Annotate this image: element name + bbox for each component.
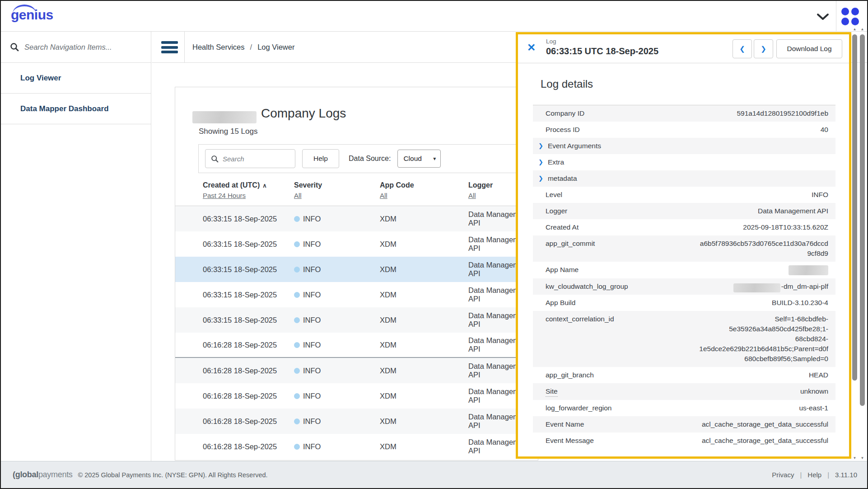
help-button[interactable]: Help bbox=[302, 149, 339, 168]
detail-value: us-east-1 bbox=[799, 403, 828, 413]
table-row[interactable]: 06:33:15 18-Sep-2025INFOXDMData Manageme… bbox=[175, 206, 538, 231]
cell-created-at: 06:16:28 18-Sep-2025 bbox=[203, 392, 294, 400]
detail-value: unknown bbox=[800, 386, 828, 396]
detail-key: Event Name bbox=[546, 419, 584, 429]
privacy-link[interactable]: Privacy bbox=[772, 471, 794, 479]
breadcrumb: Health Services / Log Viewer bbox=[192, 32, 294, 63]
severity-label: INFO bbox=[303, 392, 321, 400]
table-row[interactable]: 06:33:15 18-Sep-2025INFOXDMData Manageme… bbox=[175, 307, 538, 333]
filter-created-at[interactable]: Past 24 Hours bbox=[203, 192, 246, 199]
scrollbar-thumb[interactable] bbox=[852, 34, 857, 381]
detail-value: 40 bbox=[821, 125, 828, 135]
scrollbar-thumb[interactable] bbox=[860, 34, 865, 406]
cell-app-code: XDM bbox=[380, 367, 468, 375]
detail-row: LoggerData Management API bbox=[533, 203, 835, 219]
column-created-at: Created at (UTC) ∧ Past 24 Hours bbox=[203, 181, 294, 200]
cell-created-at: 06:33:15 18-Sep-2025 bbox=[203, 316, 294, 324]
detail-value: -dm_dm-api-plf bbox=[733, 282, 828, 292]
detail-value: HEAD bbox=[809, 370, 828, 380]
detail-value: BUILD-3.10.230-4 bbox=[772, 298, 828, 308]
breadcrumb-health-services[interactable]: Health Services bbox=[192, 43, 245, 52]
close-icon[interactable]: ✕ bbox=[527, 42, 536, 53]
apps-grid-icon[interactable] bbox=[841, 8, 859, 26]
scrollbars: ▲ ▼ ▲ ▼ bbox=[852, 27, 865, 460]
detail-row[interactable]: ❯metadata bbox=[533, 170, 835, 187]
cell-app-code: XDM bbox=[380, 417, 468, 426]
table-row[interactable]: 06:33:15 18-Sep-2025INFOXDMData Manageme… bbox=[175, 257, 538, 282]
detail-row: Event Messageacl_cache_storage_get_data_… bbox=[533, 433, 835, 449]
detail-key-label: log_forwarder_region bbox=[546, 403, 611, 413]
detail-key: context_correlation_id bbox=[546, 314, 614, 324]
table-row[interactable]: 06:16:28 18-Sep-2025INFOXDMData Manageme… bbox=[175, 358, 538, 383]
detail-key: Company ID bbox=[546, 108, 584, 118]
detail-row: log_forwarder_regionus-east-1 bbox=[533, 400, 835, 416]
table-row[interactable]: 06:16:28 18-Sep-2025INFOXDMData Manageme… bbox=[175, 409, 538, 434]
detail-row: Event Nameacl_cache_storage_get_data_suc… bbox=[533, 416, 835, 433]
detail-key: Event Message bbox=[546, 436, 594, 446]
detail-key: App Build bbox=[546, 298, 575, 308]
detail-value: INFO bbox=[812, 190, 828, 200]
detail-row: Process ID40 bbox=[533, 122, 835, 138]
detail-key: Level bbox=[546, 190, 562, 200]
table-row[interactable]: 06:16:28 18-Sep-2025INFOXDMData Manageme… bbox=[175, 383, 538, 409]
logs-search bbox=[205, 149, 295, 168]
detail-value: a6b5f78936cb573d0765ce11d30a76dccd9cf8d9 bbox=[697, 239, 828, 259]
chevron-right-icon[interactable]: ❯ bbox=[538, 174, 543, 183]
page-scrollbar[interactable]: ▲ ▼ bbox=[859, 27, 865, 460]
panel-header: ✕ Log 06:33:15 UTC 18-Sep-2025 ❮ ❯ Downl… bbox=[518, 34, 849, 63]
filter-severity[interactable]: All bbox=[294, 192, 302, 199]
detail-row[interactable]: ❯Extra bbox=[533, 154, 835, 170]
table-row[interactable]: 06:16:28 18-Sep-2025INFOXDMData Manageme… bbox=[175, 333, 538, 358]
sidebar: Log Viewer Data Mapper Dashboard bbox=[1, 32, 151, 463]
hamburger-bar bbox=[161, 51, 178, 53]
next-log-button[interactable]: ❯ bbox=[754, 39, 773, 58]
detail-key-label: Process ID bbox=[546, 125, 580, 135]
logs-search-input[interactable] bbox=[223, 155, 286, 163]
cell-created-at: 06:16:28 18-Sep-2025 bbox=[203, 417, 294, 426]
table-row[interactable]: 06:33:15 18-Sep-2025INFOXDMData Manageme… bbox=[175, 282, 538, 307]
filter-app-code[interactable]: All bbox=[380, 192, 387, 199]
table-row[interactable]: 06:16:28 18-Sep-2025INFOXDMData Manageme… bbox=[175, 434, 538, 459]
redacted-value bbox=[789, 265, 828, 275]
cell-severity: INFO bbox=[294, 215, 380, 223]
sidebar-item-data-mapper-dashboard[interactable]: Data Mapper Dashboard bbox=[1, 94, 151, 124]
detail-value: acl_cache_storage_get_data_successful bbox=[702, 436, 828, 446]
cell-severity: INFO bbox=[294, 442, 380, 451]
footer-separator: | bbox=[827, 471, 829, 479]
hamburger-bar bbox=[161, 41, 178, 44]
scroll-up-icon[interactable]: ▲ bbox=[859, 27, 865, 31]
sidebar-search bbox=[1, 32, 151, 63]
logo-arc bbox=[13, 5, 36, 14]
hamburger-menu-icon[interactable] bbox=[161, 41, 178, 53]
cell-severity: INFO bbox=[294, 265, 380, 274]
detail-value bbox=[789, 265, 828, 275]
sidebar-item-log-viewer[interactable]: Log Viewer bbox=[1, 63, 151, 94]
data-source-select[interactable]: Cloud ▾ bbox=[397, 150, 441, 168]
info-dot-icon bbox=[294, 216, 300, 222]
chevron-right-icon[interactable]: ❯ bbox=[538, 141, 543, 151]
header-chevron-down-icon[interactable] bbox=[817, 13, 829, 20]
info-dot-icon bbox=[294, 368, 300, 374]
chevron-right-icon[interactable]: ❯ bbox=[538, 157, 543, 167]
filter-logger[interactable]: All bbox=[468, 192, 476, 199]
detail-key: App Name bbox=[546, 265, 579, 275]
download-log-button[interactable]: Download Log bbox=[776, 39, 842, 58]
previous-log-button[interactable]: ❮ bbox=[733, 39, 752, 58]
detail-row[interactable]: ❯Event Arguments bbox=[533, 138, 835, 154]
detail-key-label: Extra bbox=[548, 157, 564, 167]
panel-scrollbar[interactable]: ▲ ▼ bbox=[852, 27, 858, 460]
sort-created-at[interactable]: Created at (UTC) ∧ bbox=[203, 181, 294, 189]
chevron-left-icon: ❮ bbox=[739, 45, 745, 53]
data-source-value: Cloud bbox=[403, 155, 422, 163]
sidebar-search-input[interactable] bbox=[24, 43, 137, 52]
page-title: Company Logs bbox=[261, 106, 346, 121]
scroll-down-icon[interactable]: ▼ bbox=[859, 456, 865, 460]
table-row[interactable]: 06:33:15 18-Sep-2025INFOXDMData Manageme… bbox=[175, 231, 538, 257]
cell-severity: INFO bbox=[294, 341, 380, 349]
scroll-down-icon[interactable]: ▼ bbox=[852, 456, 858, 460]
help-link[interactable]: Help bbox=[807, 471, 821, 479]
scroll-up-icon[interactable]: ▲ bbox=[852, 27, 858, 31]
detail-key-label: Created At bbox=[546, 222, 579, 232]
footer-links: Privacy | Help | 3.11.10 bbox=[772, 471, 857, 479]
panel-title: 06:33:15 UTC 18-Sep-2025 bbox=[546, 46, 658, 56]
